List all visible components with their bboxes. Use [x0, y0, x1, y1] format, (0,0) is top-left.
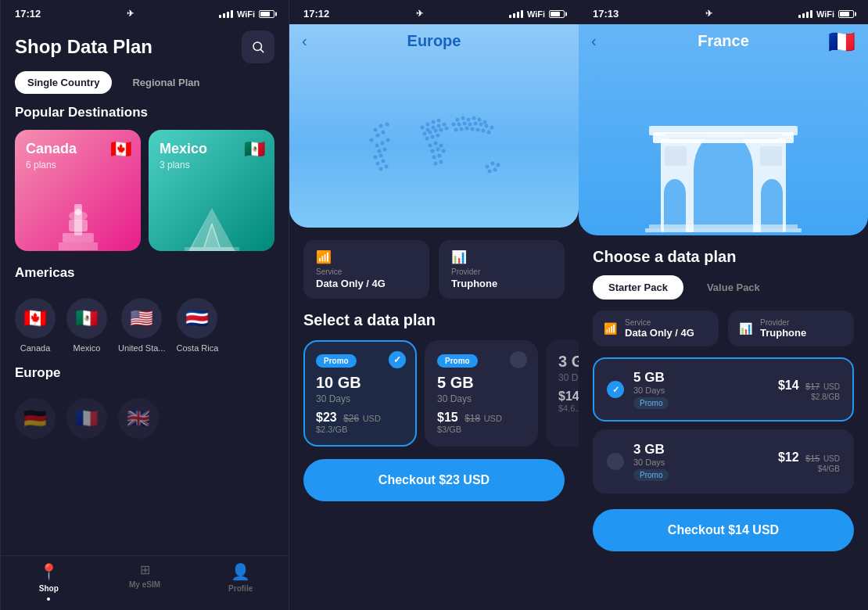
status-bar-3: 17:13 ✈ WiFi [579, 0, 868, 24]
svg-point-53 [438, 154, 442, 158]
country-item-costarica[interactable]: 🇨🇷 Costa Rica [177, 298, 219, 353]
service-label: Service [316, 267, 417, 276]
nav-shop[interactable]: 📍 Shop [1, 562, 97, 601]
mexico-destination-card[interactable]: Mexico 3 plans 🇲🇽 [149, 130, 274, 251]
canada-destination-card[interactable]: Canada 6 plans 🇨🇦 [15, 130, 141, 251]
svg-point-67 [479, 123, 483, 127]
svg-rect-5 [63, 233, 94, 242]
screen-shop: 17:12 ✈ WiFi Shop Data Plan Single Count… [0, 0, 289, 610]
tab-single-country[interactable]: Single Country [15, 71, 112, 94]
france-service-value: Data Only / 4G [625, 327, 694, 339]
signal-icon-2 [509, 10, 523, 18]
nav-profile[interactable]: 👤 Profile [192, 562, 289, 601]
svg-point-80 [488, 170, 492, 174]
screen-france-plans: 17:13 ✈ WiFi ‹ France 🇫🇷 [579, 0, 868, 610]
nav-shop-label: Shop [39, 584, 59, 593]
svg-point-79 [497, 163, 500, 167]
country-item-mexico[interactable]: 🇲🇽 Mexico [66, 298, 107, 353]
svg-point-57 [461, 117, 465, 120]
france-plan-content: Choose a data plan Starter Pack Value Pa… [579, 235, 868, 564]
svg-rect-10 [185, 247, 239, 251]
plan-data-10gb: 10 GB [316, 374, 404, 392]
france-service-label: Service [625, 318, 694, 327]
battery-icon [259, 10, 274, 18]
france-plan-5gb-current-price: $14 [778, 379, 799, 392]
europe-countries-preview: 🇩🇪 🇫🇷 🇬🇧 [1, 398, 289, 439]
plan-price-10gb: $23 [316, 411, 337, 424]
checkout-button-3[interactable]: Checkout $14 USD [593, 509, 854, 551]
france-plan-3gb[interactable]: 3 GB 30 Days Promo $12 $15 USD $4/GB [593, 429, 854, 493]
promo-badge-5gb: Promo [437, 354, 478, 368]
mexico-flag-icon: 🇲🇽 [244, 139, 265, 160]
tab-value-pack[interactable]: Value Pack [691, 275, 776, 300]
status-icons-2: WiFi [509, 9, 565, 19]
france-plan-5gb-data: 5 GB [633, 370, 769, 386]
france-plan-5gb-days: 30 Days [633, 386, 769, 395]
france-plan-3gb-days: 30 Days [633, 458, 769, 467]
plan-days-10gb: 30 Days [316, 393, 404, 404]
country-item-usa[interactable]: 🇺🇸 United Sta... [118, 298, 166, 353]
svg-point-25 [379, 154, 383, 158]
usa-flag-circle: 🇺🇸 [121, 298, 162, 339]
svg-point-22 [378, 149, 382, 153]
svg-rect-6 [59, 242, 98, 250]
signal-icon [219, 10, 233, 18]
svg-rect-3 [69, 220, 88, 231]
americas-countries: 🇨🇦 Canada 🇲🇽 Mexico 🇺🇸 United Sta... 🇨🇷 … [1, 298, 289, 353]
provider-label: Provider [451, 267, 552, 276]
svg-point-26 [376, 162, 380, 166]
france-plan-5gb-promo: Promo [633, 397, 669, 409]
europe-country-3[interactable]: 🇬🇧 [118, 398, 159, 439]
svg-point-33 [421, 126, 425, 130]
plan-data-3gb: 3 GB [558, 353, 579, 371]
plan-5gb[interactable]: Promo 5 GB 30 Days $15 $18 USD $3/GB [425, 340, 538, 447]
status-icons: WiFi [219, 9, 274, 19]
country-item-canada[interactable]: 🇨🇦 Canada [15, 298, 56, 353]
plan-old-price-5gb: $18 [464, 413, 480, 424]
plan-3gb[interactable]: 3 GB 30 D... $14 $4.6... [546, 340, 579, 447]
europe-title: Europe [407, 32, 461, 50]
plan-days-3gb: 30 D... [558, 372, 579, 383]
plans-list: Promo 10 GB 30 Days $23 $26 USD $2.3/GB … [289, 340, 579, 459]
svg-point-7 [75, 209, 81, 215]
tab-starter-pack[interactable]: Starter Pack [593, 275, 683, 300]
france-service-box: 📶 Service Data Only / 4G [593, 310, 719, 346]
svg-point-16 [376, 134, 380, 138]
svg-point-56 [456, 118, 460, 122]
svg-rect-84 [694, 170, 753, 232]
france-service-icon: 📶 [604, 322, 617, 335]
svg-point-30 [426, 123, 430, 127]
svg-point-39 [429, 131, 432, 135]
back-button-3[interactable]: ‹ [591, 32, 597, 50]
svg-point-76 [487, 131, 491, 135]
france-plan-5gb-price: $14 $17 USD $2.8/GB [778, 379, 840, 401]
wifi-icon-2: WiFi [527, 9, 545, 19]
svg-point-43 [425, 137, 429, 141]
svg-point-20 [381, 142, 385, 145]
europe-flag-3: 🇬🇧 [118, 398, 159, 439]
bottom-nav: 📍 Shop ⊞ My eSIM 👤 Profile [1, 555, 289, 610]
back-button-2[interactable]: ‹ [302, 32, 307, 50]
plan-10gb[interactable]: Promo 10 GB 30 Days $23 $26 USD $2.3/GB [303, 340, 417, 447]
plan-price-5gb: $15 [437, 411, 458, 424]
plan-price-3gb: $14 [558, 389, 579, 403]
nav-profile-label: Profile [228, 584, 253, 593]
search-button[interactable] [242, 30, 274, 63]
france-plan-5gb-per-gb: $2.8/GB [778, 393, 840, 401]
france-illustration [645, 92, 802, 235]
svg-rect-92 [760, 146, 782, 166]
nav-esim[interactable]: ⊞ My eSIM [97, 562, 193, 601]
svg-point-55 [439, 160, 443, 164]
tab-regional-plan[interactable]: Regional Plan [120, 71, 212, 94]
europe-flag-2: 🇫🇷 [66, 398, 107, 439]
europe-country-2[interactable]: 🇫🇷 [66, 398, 107, 439]
europe-country-1[interactable]: 🇩🇪 [15, 398, 56, 439]
popular-section-title: Popular Destinations [1, 105, 289, 130]
promo-badge: Promo [316, 354, 357, 368]
france-flag-icon: 🇫🇷 [828, 29, 855, 55]
checkout-button-2[interactable]: Checkout $23 USD [303, 459, 565, 501]
svg-point-62 [452, 123, 456, 127]
france-plan-3gb-info: 3 GB 30 Days Promo [633, 442, 769, 481]
france-plan-5gb[interactable]: 5 GB 30 Days Promo $14 $17 USD $2.8/GB [593, 357, 854, 422]
search-icon [251, 40, 265, 54]
